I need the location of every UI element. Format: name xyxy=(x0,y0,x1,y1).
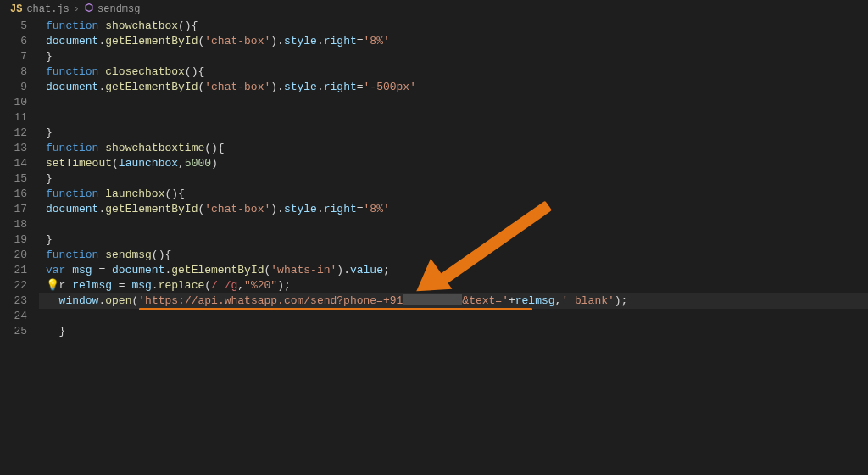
line-number: 25 xyxy=(0,324,27,339)
line-number: 5 xyxy=(0,19,27,34)
method-icon xyxy=(84,3,94,16)
line-number: 13 xyxy=(0,141,27,156)
line-number: 22 xyxy=(0,278,27,293)
code-line[interactable]: function showchatbox(){ xyxy=(39,19,868,34)
line-number: 11 xyxy=(0,110,27,126)
code-line[interactable]: function showchatboxtime(){ xyxy=(39,141,868,156)
line-number: 15 xyxy=(0,171,27,187)
code-line[interactable]: } xyxy=(39,171,868,187)
line-number-gutter: 5678910111213141516171819202122232425 xyxy=(0,19,39,475)
code-line[interactable]: } xyxy=(39,126,868,141)
redacted-phone xyxy=(403,294,462,305)
line-number: 7 xyxy=(0,49,27,64)
line-number: 10 xyxy=(0,95,27,110)
breadcrumb-separator: › xyxy=(74,3,80,15)
code-line[interactable]: } xyxy=(39,232,868,248)
code-area[interactable]: function showchatbox(){ document.getElem… xyxy=(39,19,868,475)
code-line[interactable] xyxy=(39,309,868,324)
code-line[interactable]: var msg = document.getElementById('whats… xyxy=(39,263,868,278)
line-number: 24 xyxy=(0,309,27,324)
code-line[interactable]: } xyxy=(39,324,868,339)
code-line[interactable]: document.getElementById('chat-box').styl… xyxy=(39,80,868,95)
line-number: 18 xyxy=(0,217,27,232)
breadcrumb[interactable]: JS chat.js › sendmsg xyxy=(0,0,868,19)
line-number: 8 xyxy=(0,64,27,80)
line-number: 19 xyxy=(0,232,27,248)
line-number: 21 xyxy=(0,263,27,278)
annotation-underline xyxy=(139,308,532,310)
line-number: 12 xyxy=(0,126,27,141)
line-number: 20 xyxy=(0,248,27,263)
line-number: 16 xyxy=(0,187,27,202)
line-number: 23 xyxy=(0,293,27,309)
code-line[interactable] xyxy=(39,95,868,110)
line-number: 14 xyxy=(0,156,27,171)
lightbulb-icon[interactable]: 💡 xyxy=(46,278,59,292)
code-line[interactable]: } xyxy=(39,49,868,64)
code-editor[interactable]: 5678910111213141516171819202122232425 fu… xyxy=(0,19,868,475)
file-type-icon: JS xyxy=(10,3,22,15)
line-number: 9 xyxy=(0,80,27,95)
line-number: 17 xyxy=(0,202,27,217)
breadcrumb-file[interactable]: chat.js xyxy=(26,3,69,15)
code-line[interactable]: function closechatbox(){ xyxy=(39,64,868,80)
code-line[interactable]: setTimeout(launchbox,5000) xyxy=(39,156,868,171)
code-line[interactable]: function launchbox(){ xyxy=(39,187,868,202)
line-number: 6 xyxy=(0,34,27,49)
code-line-active[interactable]: window.open('https://api.whatsapp.com/se… xyxy=(39,293,868,309)
code-line[interactable]: document.getElementById('chat-box').styl… xyxy=(39,202,868,217)
code-line[interactable]: r relmsg = msg.replace(/ /g,"%20"); xyxy=(39,278,868,293)
code-line[interactable] xyxy=(39,110,868,126)
code-line[interactable]: function sendmsg(){ xyxy=(39,248,868,263)
code-line[interactable]: document.getElementById('chat-box').styl… xyxy=(39,34,868,49)
breadcrumb-symbol[interactable]: sendmsg xyxy=(97,3,140,15)
code-line[interactable] xyxy=(39,217,868,232)
